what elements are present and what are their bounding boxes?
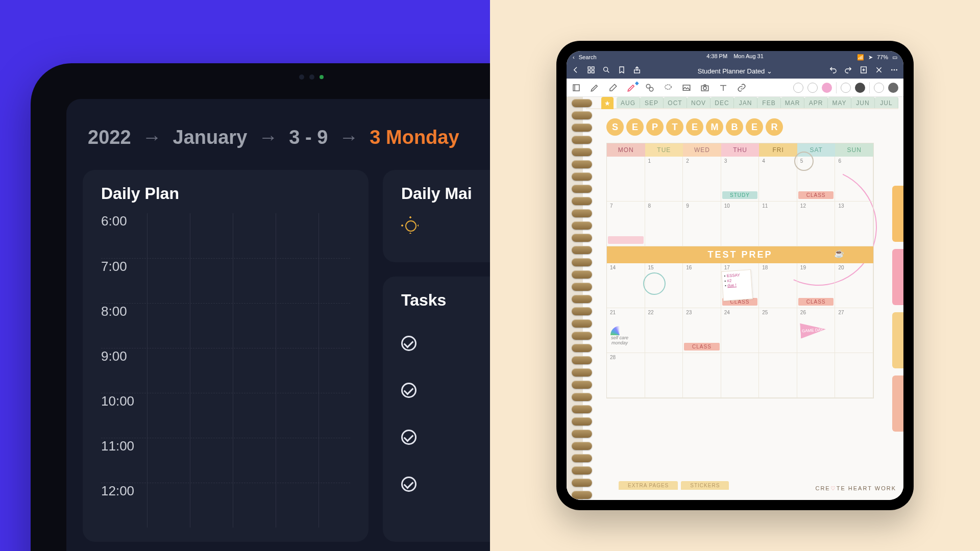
calendar-cell[interactable] (683, 353, 721, 398)
share-icon[interactable] (633, 66, 641, 76)
close-icon[interactable] (875, 66, 883, 76)
image-tool-icon[interactable] (682, 83, 691, 92)
calendar-cell[interactable] (759, 353, 797, 398)
calendar-cell[interactable]: 3STUDY (721, 157, 760, 202)
link-tool-icon[interactable] (737, 83, 746, 92)
color-swatch[interactable] (841, 83, 851, 93)
breadcrumb-current-day[interactable]: 3 Monday (370, 127, 459, 148)
month-tab[interactable]: MAR (781, 97, 804, 108)
lasso-tool-icon[interactable] (664, 83, 673, 92)
month-tab[interactable]: DEC (710, 97, 734, 108)
month-tab[interactable]: FEB (757, 97, 781, 108)
task-row[interactable] (401, 414, 490, 461)
breadcrumb-range[interactable]: 3 - 9 (289, 127, 328, 148)
pen-tool-icon[interactable] (590, 83, 599, 92)
calendar-cell[interactable] (721, 353, 760, 398)
color-swatch[interactable] (793, 83, 803, 93)
calendar-cell[interactable]: 23CLASS (683, 308, 721, 353)
calendar-cell[interactable]: 10 (721, 202, 760, 246)
add-page-icon[interactable] (860, 66, 868, 76)
eraser-tool-icon[interactable] (608, 83, 618, 92)
search-icon[interactable] (602, 66, 610, 76)
color-swatch[interactable] (888, 83, 898, 93)
back-button[interactable] (572, 66, 580, 76)
calendar-cell[interactable]: 15 (645, 263, 683, 308)
side-tab[interactable] (892, 186, 903, 242)
time-slot[interactable]: 8:00 (101, 303, 350, 348)
month-tab[interactable]: JAN (734, 97, 757, 108)
calendar-cell[interactable]: 11 (759, 202, 797, 246)
time-slot[interactable]: 9:00 (101, 348, 350, 393)
index-star-tab[interactable]: ★ (601, 97, 614, 109)
month-tab[interactable]: AUG (617, 97, 640, 108)
time-slot[interactable]: 11:00 (101, 438, 350, 483)
calendar-cell[interactable]: 7 (607, 202, 645, 246)
task-row[interactable] (401, 320, 490, 367)
calendar-cell[interactable]: 12 (797, 202, 836, 246)
flag-sticker[interactable]: GAME DAY (800, 321, 826, 338)
rainbow-sticker[interactable]: self care monday (608, 326, 631, 343)
month-tab[interactable]: NOV (687, 97, 710, 108)
calendar-cell[interactable]: 21self care monday (607, 308, 645, 353)
calendar-cell[interactable]: 8 (645, 202, 683, 246)
bookmark-icon[interactable] (618, 66, 626, 76)
month-tab[interactable]: JUL (875, 97, 898, 108)
calendar-cell[interactable]: 26GAME DAY (797, 308, 836, 353)
back-chevron-icon[interactable]: ‹ (573, 54, 575, 60)
grid-icon[interactable] (587, 66, 595, 76)
check-circle-icon[interactable] (401, 383, 416, 398)
month-tab[interactable]: SEP (640, 97, 664, 108)
color-swatch[interactable] (822, 83, 832, 93)
extra-pages-tab[interactable]: EXTRA PAGES (619, 481, 678, 490)
calendar-cell[interactable]: 24 (721, 308, 760, 353)
task-row[interactable] (401, 367, 490, 414)
color-swatch[interactable] (855, 83, 865, 93)
undo-icon[interactable] (829, 66, 837, 76)
highlighter-tool-icon[interactable]: ◆ (627, 83, 636, 92)
time-slot[interactable]: 10:00 (101, 393, 350, 438)
calendar-cell[interactable]: 9 (683, 202, 721, 246)
calendar-cell[interactable]: 14 (607, 263, 645, 308)
breadcrumb-month[interactable]: January (173, 127, 248, 148)
stickers-tab[interactable]: STICKERS (681, 481, 729, 490)
side-tab[interactable] (892, 312, 903, 368)
readonly-icon[interactable] (572, 83, 581, 92)
check-circle-icon[interactable] (401, 336, 416, 351)
calendar-cell[interactable]: 17CLASS• ESSAY• #2• due ! (721, 263, 760, 308)
calendar-cell[interactable]: 25 (759, 308, 797, 353)
calendar-cell[interactable]: 18 (759, 263, 797, 308)
month-tab[interactable]: APR (804, 97, 828, 108)
calendar-cell[interactable]: 19CLASS (797, 263, 836, 308)
month-tab[interactable]: JUN (851, 97, 875, 108)
check-circle-icon[interactable] (401, 477, 416, 492)
calendar-cell[interactable] (607, 157, 645, 202)
calendar-cell[interactable]: 16 (683, 263, 721, 308)
calendar-cell[interactable]: 27 (835, 308, 873, 353)
calendar-cell[interactable]: 5CLASS (797, 157, 836, 202)
calendar-cell[interactable] (835, 353, 873, 398)
time-slot[interactable]: 7:00 (101, 258, 350, 303)
side-tab[interactable] (892, 375, 903, 432)
text-tool-icon[interactable] (719, 83, 728, 92)
month-tab[interactable]: MAY (828, 97, 851, 108)
sticky-note[interactable]: • ESSAY• #2• due ! (721, 269, 753, 301)
calendar-cell[interactable]: 22 (645, 308, 683, 353)
shape-tool-icon[interactable] (645, 83, 654, 92)
calendar-cell[interactable]: 4 (759, 157, 797, 202)
planner-page[interactable]: ★ AUGSEPOCTNOVDECJANFEBMARAPRMAYJUNJUL S… (567, 97, 903, 500)
check-circle-icon[interactable] (401, 430, 416, 445)
task-row[interactable] (401, 461, 490, 508)
more-icon[interactable] (890, 66, 898, 76)
month-tab[interactable]: OCT (664, 97, 687, 108)
calendar-cell[interactable]: 28 (607, 353, 645, 398)
camera-tool-icon[interactable] (700, 83, 709, 92)
calendar-cell[interactable] (645, 353, 683, 398)
calendar-cell[interactable]: 2 (683, 157, 721, 202)
status-search[interactable]: Search (579, 54, 597, 60)
calendar-cell[interactable]: 13 (835, 202, 873, 246)
breadcrumb-year[interactable]: 2022 (88, 127, 131, 148)
side-tab[interactable] (892, 249, 903, 305)
calendar-cell[interactable]: 20 (835, 263, 873, 308)
calendar-cell[interactable] (797, 353, 836, 398)
document-title[interactable]: Student Planner Dated ⌄ (698, 67, 773, 75)
